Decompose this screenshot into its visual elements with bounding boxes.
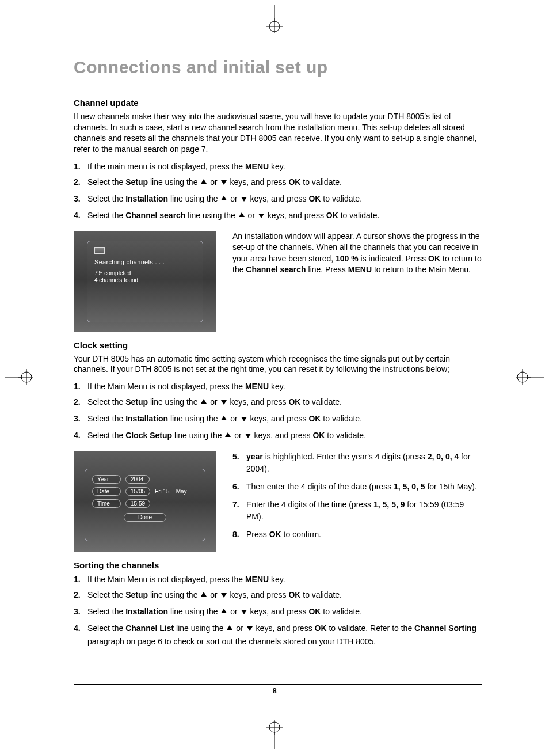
step: 8. Press OK to confirm. — [232, 529, 482, 541]
screenshot-text: 4 channels found — [94, 277, 196, 284]
svg-marker-28 — [201, 592, 207, 597]
page-number: 8 — [272, 686, 276, 695]
figure-row-clock: Year 2004 Date 15/05 Fri 15 – May Time 1… — [74, 451, 482, 552]
page-margin-left — [35, 32, 35, 724]
step: 3. Select the Installation line using th… — [74, 413, 482, 426]
document-page: Connections and initial set up Channel u… — [0, 0, 549, 756]
step: 3. Select the Installation line using th… — [74, 193, 482, 206]
field-label-year: Year — [92, 475, 121, 484]
steps-channel-update: 1. If the main menu is not displayed, pr… — [74, 161, 482, 223]
page-footer-rule — [74, 684, 482, 685]
step: 4. Select the Clock Setup line using the… — [74, 430, 482, 443]
intro-channel-update: If new channels make their way into the … — [74, 111, 482, 155]
heading-sorting-channels: Sorting the channels — [74, 560, 482, 570]
step-number: 3. — [74, 606, 87, 618]
step-text: Select the Installation line using the o… — [87, 606, 482, 619]
svg-marker-23 — [221, 400, 227, 405]
steps-clock-side: 5. year is highlighted. Enter the year's… — [232, 451, 482, 548]
tv-icon — [94, 247, 105, 254]
step-text: Select the Setup line using the or keys,… — [87, 396, 482, 409]
step: 3. Select the Installation line using th… — [74, 606, 482, 619]
up-arrow-icon — [200, 590, 208, 602]
figure-channel-search: Searching channels . . . 7% completed 4 … — [74, 231, 216, 332]
step-text: Then enter the 4 digits of the date (pre… — [246, 481, 482, 493]
steps-sorting-channels: 1. If the Main Menu is not displayed, pr… — [74, 573, 482, 648]
up-arrow-icon — [220, 194, 228, 206]
field-value-date: 15/05 — [125, 487, 150, 496]
screenshot-text: Searching channels . . . — [94, 259, 196, 265]
screenshot-clock-setup: Year 2004 Date 15/05 Fri 15 – May Time 1… — [74, 451, 216, 552]
up-arrow-icon — [220, 414, 228, 426]
step-number: 5. — [232, 451, 246, 463]
down-arrow-icon — [244, 431, 252, 443]
svg-marker-29 — [221, 593, 227, 598]
down-arrow-icon — [240, 414, 248, 426]
screenshot-searching-channels: Searching channels . . . 7% completed 4 … — [74, 231, 216, 332]
crop-mark-top — [263, 5, 286, 36]
svg-marker-31 — [241, 610, 247, 614]
svg-marker-30 — [221, 609, 227, 613]
done-button-row: Done — [92, 511, 198, 522]
crop-mark-left — [5, 366, 33, 391]
step-text: If the main menu is not displayed, press… — [87, 161, 482, 173]
step-number: 2. — [74, 176, 87, 188]
down-arrow-icon — [257, 211, 265, 223]
step: 6. Then enter the 4 digits of the date (… — [232, 481, 482, 493]
step-number: 4. — [74, 622, 87, 635]
step: 5. year is highlighted. Enter the year's… — [232, 451, 482, 475]
up-arrow-icon — [226, 624, 234, 636]
step-text: Press OK to confirm. — [246, 529, 482, 541]
up-arrow-icon — [200, 177, 208, 189]
svg-marker-24 — [221, 416, 227, 420]
svg-marker-32 — [227, 625, 232, 630]
step-text: Select the Channel search line using the… — [87, 210, 482, 223]
up-arrow-icon — [200, 397, 208, 409]
step: 2. Select the Setup line using the or ke… — [74, 589, 482, 602]
down-arrow-icon — [220, 590, 228, 602]
steps-clock-setting: 1. If the Main Menu is not displayed, pr… — [74, 381, 482, 443]
step: 1. If the Main Menu is not displayed, pr… — [74, 381, 482, 393]
svg-marker-26 — [225, 432, 231, 437]
screenshot-text: 7% completed — [94, 270, 196, 278]
step: 1. If the Main Menu is not displayed, pr… — [74, 573, 482, 586]
step-number: 7. — [232, 499, 246, 511]
down-arrow-icon — [246, 624, 254, 636]
intro-clock-setting: Your DTH 8005 has an automatic time sett… — [74, 354, 482, 375]
step-number: 3. — [74, 193, 87, 205]
crop-mark-right — [516, 366, 544, 391]
step-text: Select the Setup line using the or keys,… — [87, 589, 482, 602]
step-number: 3. — [74, 413, 87, 425]
figure-clock-setup: Year 2004 Date 15/05 Fri 15 – May Time 1… — [74, 451, 216, 552]
figure-row-channel-search: Searching channels . . . 7% completed 4 … — [74, 231, 482, 332]
step: 7. Enter the 4 digits of the time (press… — [232, 499, 482, 523]
step: 4. Select the Channel List line using th… — [74, 622, 482, 648]
page-title: Connections and initial set up — [74, 58, 482, 77]
heading-clock-setting: Clock setting — [74, 340, 482, 350]
step-text: Select the Channel List line using the o… — [87, 622, 482, 648]
crop-mark-bottom — [263, 720, 286, 751]
step-text: Enter the 4 digits of the time (press 1,… — [246, 499, 482, 523]
page-content: Connections and initial set up Channel u… — [74, 58, 482, 655]
step-number: 1. — [74, 161, 87, 173]
svg-marker-33 — [247, 626, 253, 631]
down-arrow-icon — [240, 607, 248, 619]
step-text: Select the Installation line using the o… — [87, 193, 482, 206]
step-text: Select the Clock Setup line using the or… — [87, 430, 482, 443]
step-text: If the Main Menu is not displayed, press… — [87, 381, 482, 393]
svg-marker-21 — [258, 214, 264, 218]
step-text: If the Main Menu is not displayed, press… — [87, 573, 482, 586]
svg-marker-19 — [241, 197, 247, 202]
step-number: 1. — [74, 573, 87, 586]
step: 2. Select the Setup line using the or ke… — [74, 176, 482, 189]
step-number: 6. — [232, 481, 246, 493]
field-label-date: Date — [92, 487, 121, 496]
down-arrow-icon — [220, 397, 228, 409]
svg-marker-17 — [221, 180, 227, 185]
step-text: Select the Installation line using the o… — [87, 413, 482, 426]
done-button: Done — [124, 513, 166, 522]
step-number: 4. — [74, 430, 87, 442]
field-value-year: 2004 — [125, 475, 150, 484]
down-arrow-icon — [220, 177, 228, 189]
step: 1. If the main menu is not displayed, pr… — [74, 161, 482, 173]
field-label-time: Time — [92, 499, 121, 508]
